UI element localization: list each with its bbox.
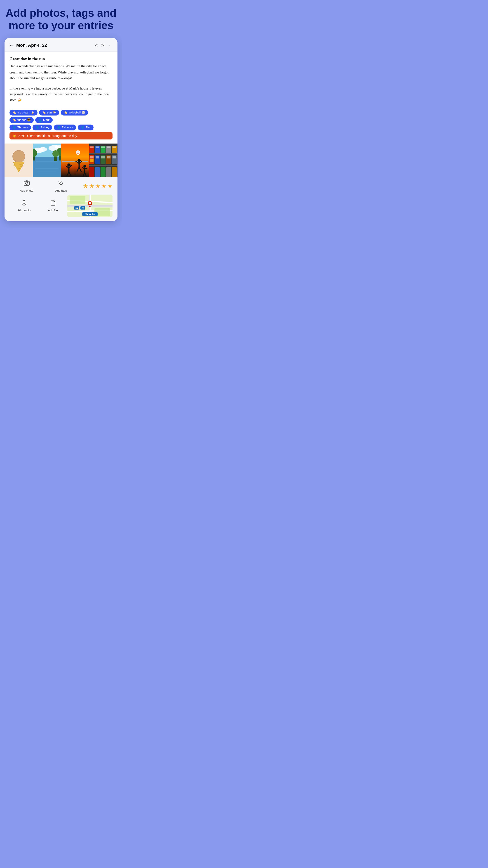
entry-paragraph-1: Had a wonderful day with my friends. We … [9, 63, 112, 81]
tag-ice-cream[interactable]: 🏷️ ice cream 🍦 [9, 110, 37, 116]
person-icon: 👤 [35, 126, 39, 129]
add-file-icon [50, 200, 56, 208]
tag-icon: 🏷️ [12, 118, 16, 122]
tag-icon: 🏷️ [64, 111, 68, 114]
svg-rect-63 [96, 156, 99, 158]
tags-row-1: 🏷️ ice cream 🍦 🏷️ sun 🌤️ 🏷️ volleyball 🏐… [9, 110, 112, 123]
tag-label: volleyball 🏐 [69, 111, 85, 114]
svg-rect-72 [101, 167, 105, 177]
tag-person-tim[interactable]: 👤 Tim [78, 125, 93, 130]
svg-text:54: 54 [75, 207, 78, 209]
prev-entry-button[interactable]: < [94, 42, 99, 49]
tag-friends[interactable]: 🏷️ friends 😎 [9, 117, 34, 123]
svg-rect-60 [90, 156, 94, 158]
svg-rect-65 [101, 156, 105, 158]
svg-point-11 [39, 147, 47, 152]
add-tags-label: Add tags [55, 189, 67, 192]
svg-rect-61 [90, 159, 94, 162]
back-button[interactable]: ← [9, 42, 14, 48]
tag-person-thomas[interactable]: 👤 Thomas [9, 125, 31, 130]
star-4[interactable]: ★ [101, 183, 106, 190]
svg-point-95 [89, 202, 91, 204]
svg-rect-54 [101, 147, 105, 148]
add-tags-icon [58, 180, 64, 188]
entry-body: Great day in the sun Had a wonderful day… [4, 52, 118, 110]
svg-text:22: 22 [82, 207, 84, 209]
next-entry-button[interactable]: > [100, 42, 105, 49]
svg-point-78 [60, 182, 61, 183]
add-audio-icon [21, 200, 27, 208]
svg-point-34 [77, 159, 80, 162]
svg-rect-52 [96, 147, 99, 148]
weather-icon: ☀️ [13, 134, 17, 138]
tag-label: ice cream 🍦 [18, 111, 35, 114]
hero-title: Add photos, tags and more to your entrie… [4, 7, 118, 32]
photo-volleyball[interactable] [61, 144, 89, 177]
star-2[interactable]: ★ [89, 183, 94, 190]
svg-rect-71 [95, 167, 100, 177]
svg-rect-70 [89, 167, 94, 177]
svg-rect-74 [112, 167, 117, 177]
tag-label: friends 😎 [18, 118, 31, 122]
add-audio-button[interactable]: Add audio [9, 200, 38, 212]
entry-title: Great day in the sun [9, 57, 112, 61]
svg-rect-56 [107, 147, 110, 148]
tag-label: sun 🌤️ [47, 111, 56, 114]
tag-person-rebecca[interactable]: 👤 Rebecca [54, 125, 76, 130]
tag-person-ashley[interactable]: 👤 Ashley [33, 125, 52, 130]
tag-label: Ashley [40, 126, 49, 129]
person-icon: 👤 [12, 126, 16, 129]
entry-paragraph-2: In the evening we had a nice barbecue at… [9, 86, 112, 103]
card-header: ← Mon, Apr 4, 22 < > ⋮ [4, 38, 118, 52]
add-photo-label: Add photo [20, 189, 33, 192]
svg-rect-58 [112, 147, 116, 148]
svg-marker-2 [13, 162, 24, 172]
photos-row [4, 144, 118, 177]
add-photo-icon [24, 180, 30, 188]
svg-rect-88 [70, 196, 86, 204]
tag-person-mark[interactable]: 👤 Mark [35, 117, 53, 123]
svg-point-40 [84, 165, 86, 167]
svg-point-19 [53, 150, 59, 157]
header-navigation: < > ⋮ [94, 42, 113, 49]
actions-row-2: Add audio Add file [9, 195, 112, 217]
svg-point-1 [13, 151, 25, 162]
photo-river[interactable] [33, 144, 61, 177]
journal-card: ← Mon, Apr 4, 22 < > ⋮ Great day in the … [4, 38, 118, 221]
svg-rect-48 [89, 165, 118, 166]
tag-label: Tim [86, 126, 90, 129]
stars-rating[interactable]: ★ ★ ★ ★ ★ [78, 183, 112, 190]
add-file-button[interactable]: Add file [38, 200, 67, 212]
photo-beers[interactable] [89, 144, 118, 177]
more-options-button[interactable]: ⋮ [107, 42, 113, 49]
tag-sun[interactable]: 🏷️ sun 🌤️ [39, 110, 59, 116]
star-5[interactable]: ★ [107, 183, 112, 190]
add-audio-label: Add audio [18, 209, 31, 212]
svg-rect-73 [106, 167, 111, 177]
tag-icon: 🏷️ [42, 111, 46, 114]
add-tags-button[interactable]: Add tags [44, 180, 78, 192]
svg-point-76 [26, 182, 28, 184]
map-thumbnail[interactable]: 54 22 Chandler [67, 195, 112, 217]
star-3[interactable]: ★ [95, 183, 100, 190]
tags-row-2: 👤 Thomas 👤 Ashley 👤 Rebecca 👤 Tim [9, 125, 112, 130]
card-actions: Add photo Add tags ★ ★ ★ ★ ★ [4, 177, 118, 221]
tag-label: Rebecca [62, 126, 73, 129]
weather-text: 27°C, Clear conditions throughout the da… [18, 134, 78, 138]
person-icon: 👤 [38, 118, 42, 122]
person-icon: 👤 [57, 126, 61, 129]
photo-icecream[interactable] [4, 144, 33, 177]
tag-label: Mark [43, 118, 50, 122]
svg-rect-79 [23, 200, 25, 204]
svg-rect-69 [112, 156, 116, 158]
weather-bar: ☀️ 27°C, Clear conditions throughout the… [9, 132, 112, 140]
star-1[interactable]: ★ [83, 183, 88, 190]
actions-row-1: Add photo Add tags ★ ★ ★ ★ ★ [9, 180, 112, 192]
tags-area: 🏷️ ice cream 🍦 🏷️ sun 🌤️ 🏷️ volleyball 🏐… [4, 110, 118, 144]
tag-label: Thomas [18, 126, 28, 129]
tag-icon: 🏷️ [12, 111, 16, 114]
svg-rect-67 [107, 156, 110, 158]
entry-date: Mon, Apr 4, 22 [16, 43, 94, 48]
add-photo-button[interactable]: Add photo [9, 180, 44, 192]
tag-volleyball[interactable]: 🏷️ volleyball 🏐 [61, 110, 88, 116]
